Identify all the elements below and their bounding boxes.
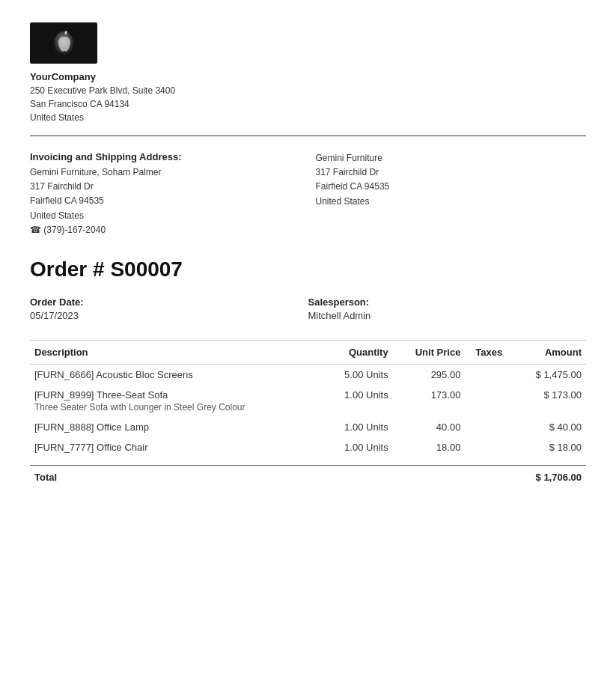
order-date-label: Order Date: xyxy=(30,296,308,308)
order-meta: Order Date: 05/17/2023 Salesperson: Mitc… xyxy=(30,296,586,321)
total-section: Total $ 1,706.00 xyxy=(30,465,586,483)
order-date-section: Order Date: 05/17/2023 xyxy=(30,296,308,321)
invoicing-label: Invoicing and Shipping Address: xyxy=(30,151,301,162)
col-unit-price: Unit Price xyxy=(393,340,466,364)
total-label: Total xyxy=(34,472,57,483)
total-row: Total $ 1,706.00 xyxy=(30,466,586,483)
cell-taxes xyxy=(465,417,513,437)
cell-amount: $ 173.00 xyxy=(513,385,586,417)
cell-amount: $ 40.00 xyxy=(513,417,586,437)
order-title: Order # S00007 xyxy=(30,258,586,281)
col-taxes: Taxes xyxy=(465,340,513,364)
header-divider xyxy=(30,136,586,136)
cell-description: [FURN_7777] Office Chair xyxy=(30,437,323,457)
billing-name: Gemini Furniture, Soham Palmer xyxy=(30,165,301,180)
company-logo xyxy=(30,22,97,64)
table-row: [FURN_8999] Three-Seat SofaThree Seater … xyxy=(30,385,586,417)
company-country: United States xyxy=(30,111,586,124)
salesperson-section: Salesperson: Mitchell Admin xyxy=(308,296,587,321)
cell-description: [FURN_6666] Acoustic Bloc Screens xyxy=(30,364,323,385)
billing-phone: ☎ (379)-167-2040 xyxy=(30,225,301,235)
cell-quantity: 1.00 Units xyxy=(323,385,393,417)
items-table: Description Quantity Unit Price Taxes Am… xyxy=(30,340,586,457)
cell-unit-price: 295.00 xyxy=(393,364,466,385)
company-address-line1: 250 Executive Park Blvd, Suite 3400 xyxy=(30,84,586,97)
order-date-value: 05/17/2023 xyxy=(30,310,308,321)
table-row: [FURN_6666] Acoustic Bloc Screens5.00 Un… xyxy=(30,364,586,385)
col-amount: Amount xyxy=(513,340,586,364)
billing-address: Invoicing and Shipping Address: Gemini F… xyxy=(30,151,301,235)
col-description: Description xyxy=(30,340,323,364)
cell-unit-price: 40.00 xyxy=(393,417,466,437)
col-quantity: Quantity xyxy=(323,340,393,364)
cell-amount: $ 18.00 xyxy=(513,437,586,457)
shipping-address: Gemini Furniture 317 Fairchild Dr Fairfi… xyxy=(301,151,587,235)
address-section: Invoicing and Shipping Address: Gemini F… xyxy=(30,151,586,235)
cell-taxes xyxy=(465,385,513,417)
cell-quantity: 1.00 Units xyxy=(323,417,393,437)
billing-line1: 317 Fairchild Dr xyxy=(30,180,301,194)
salesperson-value: Mitchell Admin xyxy=(308,310,587,321)
shipping-line1: 317 Fairchild Dr xyxy=(316,165,587,180)
cell-taxes xyxy=(465,437,513,457)
cell-amount: $ 1,475.00 xyxy=(513,364,586,385)
header-section: YourCompany 250 Executive Park Blvd, Sui… xyxy=(30,22,586,124)
total-value: $ 1,706.00 xyxy=(536,472,582,483)
shipping-line2: Fairfield CA 94535 xyxy=(316,180,587,194)
apple-icon xyxy=(53,31,74,56)
salesperson-label: Salesperson: xyxy=(308,296,587,308)
table-header-row: Description Quantity Unit Price Taxes Am… xyxy=(30,340,586,364)
table-row: [FURN_8888] Office Lamp1.00 Units40.00$ … xyxy=(30,417,586,437)
cell-unit-price: 173.00 xyxy=(393,385,466,417)
cell-description: [FURN_8888] Office Lamp xyxy=(30,417,323,437)
shipping-country: United States xyxy=(316,195,587,209)
company-address-line2: San Francisco CA 94134 xyxy=(30,97,586,111)
cell-sub-description: Three Seater Sofa with Lounger in Steel … xyxy=(34,402,318,413)
table-row: [FURN_7777] Office Chair1.00 Units18.00$… xyxy=(30,437,586,457)
billing-line2: Fairfield CA 94535 xyxy=(30,194,301,208)
invoice-page: YourCompany 250 Executive Park Blvd, Sui… xyxy=(0,0,616,694)
cell-description: [FURN_8999] Three-Seat SofaThree Seater … xyxy=(30,385,323,417)
cell-taxes xyxy=(465,364,513,385)
company-name: YourCompany xyxy=(30,71,586,82)
cell-unit-price: 18.00 xyxy=(393,437,466,457)
billing-country: United States xyxy=(30,209,301,223)
cell-quantity: 1.00 Units xyxy=(323,437,393,457)
shipping-name: Gemini Furniture xyxy=(316,151,587,165)
cell-quantity: 5.00 Units xyxy=(323,364,393,385)
